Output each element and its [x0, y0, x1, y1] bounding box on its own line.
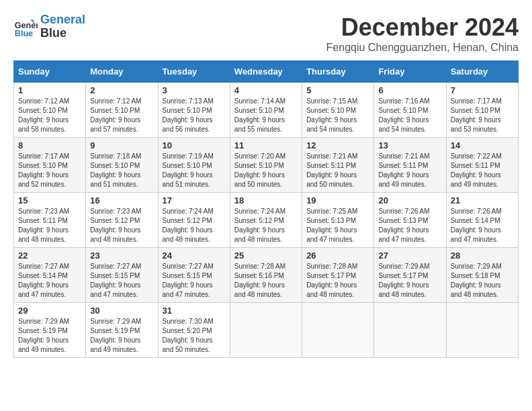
calendar-cell: 10Sunrise: 7:19 AMSunset: 5:10 PMDayligh…	[158, 138, 230, 193]
calendar-cell: 13Sunrise: 7:21 AMSunset: 5:11 PMDayligh…	[374, 138, 446, 193]
day-info: Sunrise: 7:20 AMSunset: 5:10 PMDaylight:…	[234, 152, 298, 189]
calendar-cell: 3Sunrise: 7:13 AMSunset: 5:10 PMDaylight…	[158, 83, 230, 138]
day-number: 19	[306, 195, 369, 205]
calendar-cell: 2Sunrise: 7:12 AMSunset: 5:10 PMDaylight…	[86, 83, 158, 138]
day-info: Sunrise: 7:29 AMSunset: 5:17 PMDaylight:…	[378, 262, 441, 300]
day-number: 13	[378, 140, 441, 150]
day-number: 31	[163, 306, 226, 316]
day-number: 5	[306, 85, 369, 95]
day-number: 26	[306, 250, 369, 261]
calendar-cell: 9Sunrise: 7:18 AMSunset: 5:10 PMDaylight…	[86, 138, 158, 193]
calendar-cell: 26Sunrise: 7:28 AMSunset: 5:17 PMDayligh…	[302, 248, 374, 303]
day-info: Sunrise: 7:28 AMSunset: 5:16 PMDaylight:…	[234, 262, 298, 300]
day-number: 2	[90, 85, 153, 95]
day-number: 8	[18, 140, 81, 150]
day-info: Sunrise: 7:26 AMSunset: 5:14 PMDaylight:…	[451, 207, 514, 244]
day-number: 3	[163, 85, 226, 95]
day-info: Sunrise: 7:27 AMSunset: 5:15 PMDaylight:…	[163, 262, 226, 300]
day-info: Sunrise: 7:24 AMSunset: 5:12 PMDaylight:…	[163, 207, 226, 244]
day-number: 27	[378, 250, 441, 261]
day-info: Sunrise: 7:12 AMSunset: 5:10 PMDaylight:…	[90, 97, 153, 134]
calendar-cell: 8Sunrise: 7:17 AMSunset: 5:10 PMDaylight…	[14, 138, 86, 193]
calendar-cell: 1Sunrise: 7:12 AMSunset: 5:10 PMDaylight…	[14, 83, 86, 138]
day-info: Sunrise: 7:21 AMSunset: 5:11 PMDaylight:…	[378, 152, 441, 189]
calendar-cell: 27Sunrise: 7:29 AMSunset: 5:17 PMDayligh…	[374, 248, 446, 303]
calendar-cell: 25Sunrise: 7:28 AMSunset: 5:16 PMDayligh…	[230, 248, 302, 303]
day-number: 9	[90, 140, 153, 150]
day-info: Sunrise: 7:21 AMSunset: 5:11 PMDaylight:…	[306, 152, 369, 189]
calendar-cell: 16Sunrise: 7:23 AMSunset: 5:12 PMDayligh…	[86, 193, 158, 248]
day-number: 7	[451, 85, 514, 95]
header-cell-monday: Monday	[86, 61, 158, 83]
day-number: 22	[18, 250, 81, 261]
day-number: 21	[451, 195, 514, 205]
day-info: Sunrise: 7:24 AMSunset: 5:12 PMDaylight:…	[234, 207, 298, 244]
day-info: Sunrise: 7:28 AMSunset: 5:17 PMDaylight:…	[306, 262, 369, 300]
day-number: 25	[234, 250, 298, 261]
page-header: General Blue GeneralBlue December 2024 F…	[13, 13, 519, 54]
month-title: December 2024	[326, 13, 519, 42]
calendar-cell: 29Sunrise: 7:29 AMSunset: 5:19 PMDayligh…	[14, 303, 86, 358]
day-info: Sunrise: 7:16 AMSunset: 5:10 PMDaylight:…	[378, 97, 441, 134]
day-number: 11	[234, 140, 298, 150]
day-info: Sunrise: 7:27 AMSunset: 5:14 PMDaylight:…	[18, 262, 81, 300]
calendar-week-5: 29Sunrise: 7:29 AMSunset: 5:19 PMDayligh…	[14, 303, 519, 358]
day-number: 29	[18, 306, 81, 316]
location-title: Fengqiu Chengguanzhen, Henan, China	[326, 42, 519, 54]
day-info: Sunrise: 7:17 AMSunset: 5:10 PMDaylight:…	[451, 97, 514, 134]
header-row: SundayMondayTuesdayWednesdayThursdayFrid…	[14, 61, 519, 83]
day-number: 30	[90, 306, 153, 316]
calendar-cell: 6Sunrise: 7:16 AMSunset: 5:10 PMDaylight…	[374, 83, 446, 138]
calendar-cell: 15Sunrise: 7:23 AMSunset: 5:11 PMDayligh…	[14, 193, 86, 248]
calendar-cell	[302, 303, 374, 358]
day-info: Sunrise: 7:18 AMSunset: 5:10 PMDaylight:…	[90, 152, 153, 189]
calendar-cell: 23Sunrise: 7:27 AMSunset: 5:15 PMDayligh…	[86, 248, 158, 303]
calendar-cell: 22Sunrise: 7:27 AMSunset: 5:14 PMDayligh…	[14, 248, 86, 303]
header-cell-thursday: Thursday	[302, 61, 374, 83]
day-info: Sunrise: 7:12 AMSunset: 5:10 PMDaylight:…	[18, 97, 81, 134]
calendar-cell: 5Sunrise: 7:15 AMSunset: 5:10 PMDaylight…	[302, 83, 374, 138]
day-info: Sunrise: 7:26 AMSunset: 5:13 PMDaylight:…	[378, 207, 441, 244]
day-info: Sunrise: 7:17 AMSunset: 5:10 PMDaylight:…	[18, 152, 81, 189]
day-number: 15	[18, 195, 81, 205]
day-info: Sunrise: 7:23 AMSunset: 5:12 PMDaylight:…	[90, 207, 153, 244]
day-number: 1	[18, 85, 81, 95]
calendar-cell: 19Sunrise: 7:25 AMSunset: 5:13 PMDayligh…	[302, 193, 374, 248]
day-number: 12	[306, 140, 369, 150]
calendar-cell: 30Sunrise: 7:29 AMSunset: 5:19 PMDayligh…	[86, 303, 158, 358]
day-number: 20	[378, 195, 441, 205]
calendar-cell	[230, 303, 302, 358]
calendar-table: SundayMondayTuesdayWednesdayThursdayFrid…	[13, 60, 519, 358]
logo-icon: General Blue	[13, 15, 38, 39]
day-number: 24	[163, 250, 226, 261]
calendar-body: 1Sunrise: 7:12 AMSunset: 5:10 PMDaylight…	[14, 83, 519, 358]
calendar-cell: 12Sunrise: 7:21 AMSunset: 5:11 PMDayligh…	[302, 138, 374, 193]
calendar-cell	[446, 303, 518, 358]
header-cell-friday: Friday	[374, 61, 446, 83]
title-block: December 2024 Fengqiu Chengguanzhen, Hen…	[326, 13, 519, 54]
day-number: 10	[163, 140, 226, 150]
day-info: Sunrise: 7:22 AMSunset: 5:11 PMDaylight:…	[451, 152, 514, 189]
day-info: Sunrise: 7:13 AMSunset: 5:10 PMDaylight:…	[163, 97, 226, 134]
header-cell-tuesday: Tuesday	[158, 61, 230, 83]
calendar-cell: 20Sunrise: 7:26 AMSunset: 5:13 PMDayligh…	[374, 193, 446, 248]
day-info: Sunrise: 7:27 AMSunset: 5:15 PMDaylight:…	[90, 262, 153, 300]
logo-text: GeneralBlue	[40, 13, 85, 40]
calendar-cell: 11Sunrise: 7:20 AMSunset: 5:10 PMDayligh…	[230, 138, 302, 193]
calendar-cell: 24Sunrise: 7:27 AMSunset: 5:15 PMDayligh…	[158, 248, 230, 303]
day-info: Sunrise: 7:25 AMSunset: 5:13 PMDaylight:…	[306, 207, 369, 244]
day-info: Sunrise: 7:19 AMSunset: 5:10 PMDaylight:…	[163, 152, 226, 189]
calendar-cell: 14Sunrise: 7:22 AMSunset: 5:11 PMDayligh…	[446, 138, 518, 193]
day-info: Sunrise: 7:15 AMSunset: 5:10 PMDaylight:…	[306, 97, 369, 134]
calendar-week-4: 22Sunrise: 7:27 AMSunset: 5:14 PMDayligh…	[14, 248, 519, 303]
calendar-cell	[374, 303, 446, 358]
day-number: 23	[90, 250, 153, 261]
day-number: 16	[90, 195, 153, 205]
calendar-week-1: 1Sunrise: 7:12 AMSunset: 5:10 PMDaylight…	[14, 83, 519, 138]
logo: General Blue GeneralBlue	[13, 13, 85, 40]
day-number: 14	[451, 140, 514, 150]
calendar-week-2: 8Sunrise: 7:17 AMSunset: 5:10 PMDaylight…	[14, 138, 519, 193]
calendar-cell: 28Sunrise: 7:29 AMSunset: 5:18 PMDayligh…	[446, 248, 518, 303]
day-number: 28	[451, 250, 514, 261]
header-cell-wednesday: Wednesday	[230, 61, 302, 83]
